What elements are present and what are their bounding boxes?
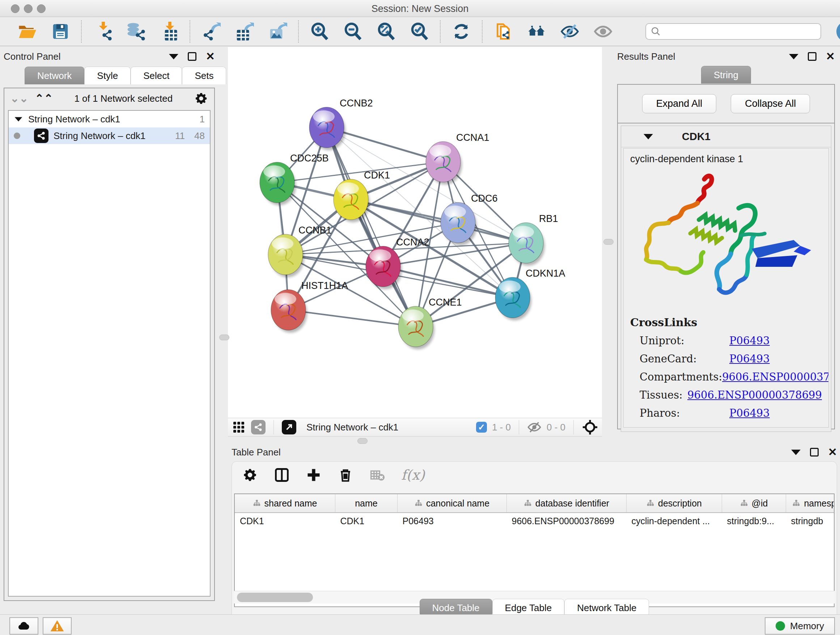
node-HIST1H1A[interactable]: HIST1H1A: [271, 280, 348, 333]
node-CCNB2[interactable]: CCNB2: [309, 98, 373, 150]
zoom-out-icon[interactable]: [342, 21, 363, 42]
create-column-plus-icon[interactable]: [306, 467, 322, 483]
maximize-panel-icon[interactable]: [188, 52, 196, 61]
left-splitter-handle[interactable]: [219, 334, 229, 340]
import-network-file-icon[interactable]: [92, 21, 113, 42]
expand-all-networks-icon[interactable]: ⌃⌃: [35, 93, 53, 104]
expand-all-button[interactable]: Expand All: [642, 94, 717, 113]
import-network-database-icon[interactable]: [125, 21, 146, 42]
network-graph[interactable]: CCNB2 CCNA1 CDC25B CDK1 CDC6: [228, 47, 602, 418]
cloud-button[interactable]: [9, 617, 38, 635]
selected-items-checkbox[interactable]: ✓: [476, 422, 487, 432]
table-cell[interactable]: P06493: [398, 513, 507, 529]
tab-sets[interactable]: Sets: [182, 67, 226, 84]
column-header--id[interactable]: @id: [722, 494, 786, 513]
network-view-icon[interactable]: [251, 420, 265, 434]
float-panel-icon[interactable]: [169, 54, 178, 59]
collapse-all-networks-icon[interactable]: ⌄⌄: [10, 93, 28, 104]
crosslink-label: Tissues:: [639, 389, 687, 401]
detach-view-icon[interactable]: [282, 420, 296, 434]
refresh-layout-icon[interactable]: [451, 21, 472, 42]
node-RB1[interactable]: RB1: [508, 213, 558, 266]
save-session-icon[interactable]: [50, 21, 71, 42]
crosslink-link[interactable]: 9606.ENSP00000378699: [722, 371, 829, 383]
node-CCNE1[interactable]: CCNE1: [398, 297, 462, 349]
memory-button[interactable]: Memory: [765, 617, 835, 635]
show-all-icon[interactable]: [592, 21, 614, 42]
edge-CCNB2-CCNE1[interactable]: [327, 127, 416, 326]
zoom-in-icon[interactable]: [309, 21, 330, 42]
close-results-icon[interactable]: ✕: [826, 52, 835, 61]
maximize-results-icon[interactable]: [808, 52, 816, 61]
crosslink-link[interactable]: P06493: [729, 353, 770, 365]
column-header-namespace[interactable]: namespace: [786, 494, 835, 513]
go-home-icon[interactable]: [526, 21, 547, 42]
import-table-file-icon[interactable]: [158, 21, 180, 42]
export-table-icon[interactable]: [234, 21, 255, 42]
table-cell[interactable]: stringdb: [786, 513, 835, 529]
tab-network[interactable]: Network: [25, 67, 84, 84]
node-CCNA2[interactable]: CCNA2: [366, 237, 429, 289]
node-CDC6[interactable]: CDC6: [441, 193, 498, 245]
column-header-canonical-name[interactable]: canonical name: [398, 494, 507, 513]
protein-collapse-icon[interactable]: [644, 134, 653, 139]
crosslink-link[interactable]: P06493: [729, 407, 770, 419]
tab-style[interactable]: Style: [84, 67, 131, 84]
table-cell[interactable]: stringdb:9...: [722, 513, 786, 529]
table-cell[interactable]: cyclin-dependent ...: [627, 513, 722, 529]
table-options-gear-icon[interactable]: [242, 467, 258, 483]
column-header-shared-name[interactable]: shared name: [235, 494, 335, 513]
right-splitter-handle[interactable]: [603, 239, 614, 245]
column-network-icon: [646, 499, 654, 507]
tab-node-table[interactable]: Node Table: [420, 599, 493, 616]
network-collection-row[interactable]: String Network – cdk1 1: [9, 111, 210, 127]
close-panel-icon[interactable]: ✕: [206, 52, 215, 61]
grid-view-icon[interactable]: [232, 420, 246, 434]
node-CCNA1[interactable]: CCNA1: [426, 132, 489, 185]
float-results-icon[interactable]: [789, 54, 798, 59]
network-row[interactable]: String Network – cdk1 11 48: [9, 127, 210, 144]
export-image-icon[interactable]: [267, 21, 288, 42]
protein-section-header[interactable]: CDK1: [621, 126, 831, 147]
export-network-icon[interactable]: [201, 21, 221, 42]
collection-expand-icon[interactable]: [15, 117, 22, 121]
float-table-icon[interactable]: [791, 450, 801, 455]
open-session-icon[interactable]: [17, 21, 38, 42]
table-row[interactable]: CDK1CDK1P064939606.ENSP00000378699cyclin…: [235, 513, 835, 529]
birds-eye-view-icon[interactable]: [582, 419, 598, 435]
column-header-name[interactable]: name: [335, 494, 398, 513]
table-cell[interactable]: CDK1: [235, 513, 335, 529]
crosslink-row: Compartments: 9606.ENSP00000378699: [639, 371, 822, 383]
close-table-icon[interactable]: ✕: [828, 448, 837, 456]
tab-edge-table[interactable]: Edge Table: [493, 599, 565, 616]
table-cell[interactable]: CDK1: [335, 513, 398, 529]
node-CDKN1A[interactable]: CDKN1A: [495, 268, 565, 320]
network-canvas[interactable]: CCNB2 CCNA1 CDC25B CDK1 CDC6: [228, 47, 602, 418]
crosslink-link[interactable]: P06493: [729, 334, 770, 347]
hide-selected-icon[interactable]: [559, 21, 580, 42]
collapse-all-button[interactable]: Collapse All: [731, 94, 810, 113]
table-cell[interactable]: 9606.ENSP00000378699: [507, 513, 627, 529]
column-header-database-identifier[interactable]: database identifier: [507, 494, 627, 513]
column-header-description[interactable]: description: [627, 494, 722, 513]
delete-column-trash-icon[interactable]: [338, 467, 354, 483]
search-input[interactable]: [661, 26, 816, 37]
show-columns-icon[interactable]: [274, 467, 290, 483]
search-field[interactable]: [645, 23, 821, 40]
bottom-splitter-handle[interactable]: [357, 438, 368, 444]
network-options-gear-icon[interactable]: [194, 91, 208, 106]
hidden-items-eye-icon[interactable]: [527, 420, 542, 434]
tab-string[interactable]: String: [701, 66, 751, 84]
tab-network-table[interactable]: Network Table: [564, 599, 649, 616]
tab-select[interactable]: Select: [131, 67, 182, 84]
node-CDK1[interactable]: CDK1: [333, 170, 390, 222]
zoom-fit-icon[interactable]: [376, 21, 396, 42]
node-CDC25B[interactable]: CDC25B: [260, 153, 329, 205]
warning-button[interactable]: [43, 617, 72, 635]
first-neighbors-icon[interactable]: [493, 21, 514, 42]
help-button[interactable]: ?: [836, 21, 840, 42]
crosslink-link[interactable]: 9606.ENSP00000378699: [687, 389, 822, 401]
edge-HIST1H1A-CCNE1[interactable]: [288, 310, 416, 326]
maximize-table-icon[interactable]: [810, 448, 819, 456]
zoom-selected-icon[interactable]: [409, 21, 430, 42]
